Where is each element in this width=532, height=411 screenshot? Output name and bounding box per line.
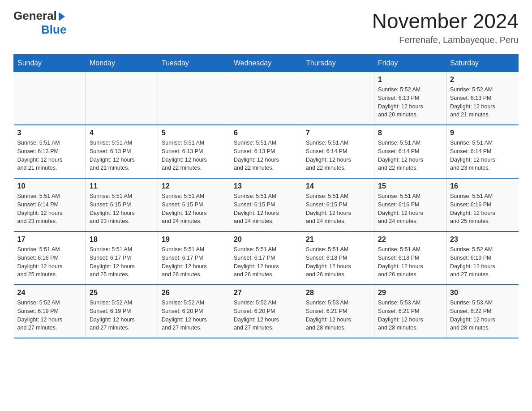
title-area: November 2024 Ferrenafe, Lambayeque, Per… (372, 9, 519, 45)
day-info: Sunrise: 5:51 AM Sunset: 6:14 PM Dayligh… (17, 192, 82, 226)
day-info: Sunrise: 5:51 AM Sunset: 6:18 PM Dayligh… (306, 245, 370, 279)
day-number: 20 (234, 235, 298, 244)
day-info: Sunrise: 5:51 AM Sunset: 6:14 PM Dayligh… (450, 139, 515, 172)
day-of-week-header: Monday (86, 55, 158, 72)
calendar-cell: 25Sunrise: 5:52 AM Sunset: 6:19 PM Dayli… (86, 285, 158, 338)
calendar-cell: 23Sunrise: 5:52 AM Sunset: 6:19 PM Dayli… (446, 231, 519, 285)
day-info: Sunrise: 5:52 AM Sunset: 6:19 PM Dayligh… (17, 299, 82, 332)
calendar-cell (302, 72, 374, 125)
day-info: Sunrise: 5:52 AM Sunset: 6:13 PM Dayligh… (378, 86, 442, 119)
day-info: Sunrise: 5:52 AM Sunset: 6:13 PM Dayligh… (450, 86, 515, 119)
day-number: 8 (378, 129, 442, 137)
day-number: 29 (378, 289, 442, 297)
day-number: 16 (450, 182, 515, 190)
calendar-week-row: 10Sunrise: 5:51 AM Sunset: 6:14 PM Dayli… (14, 178, 519, 231)
calendar-cell: 21Sunrise: 5:51 AM Sunset: 6:18 PM Dayli… (302, 231, 374, 285)
calendar-table: SundayMondayTuesdayWednesdayThursdayFrid… (13, 54, 519, 338)
day-of-week-header: Saturday (446, 55, 519, 72)
calendar-cell: 13Sunrise: 5:51 AM Sunset: 6:15 PM Dayli… (230, 178, 302, 231)
day-info: Sunrise: 5:51 AM Sunset: 6:14 PM Dayligh… (378, 139, 442, 172)
day-info: Sunrise: 5:51 AM Sunset: 6:14 PM Dayligh… (306, 139, 370, 172)
logo: General Blue (13, 9, 66, 37)
logo-general-text: General (13, 9, 57, 23)
calendar-cell: 2Sunrise: 5:52 AM Sunset: 6:13 PM Daylig… (446, 72, 519, 125)
day-number: 30 (450, 289, 515, 297)
day-info: Sunrise: 5:51 AM Sunset: 6:16 PM Dayligh… (17, 245, 82, 279)
day-number: 7 (306, 129, 370, 137)
day-number: 17 (17, 235, 82, 244)
calendar-cell: 27Sunrise: 5:52 AM Sunset: 6:20 PM Dayli… (230, 285, 302, 338)
day-info: Sunrise: 5:53 AM Sunset: 6:21 PM Dayligh… (306, 299, 370, 332)
calendar-cell: 6Sunrise: 5:51 AM Sunset: 6:13 PM Daylig… (230, 125, 302, 178)
day-info: Sunrise: 5:53 AM Sunset: 6:22 PM Dayligh… (450, 299, 515, 332)
day-info: Sunrise: 5:51 AM Sunset: 6:17 PM Dayligh… (234, 245, 298, 279)
calendar-cell: 22Sunrise: 5:51 AM Sunset: 6:18 PM Dayli… (374, 231, 446, 285)
calendar-week-row: 3Sunrise: 5:51 AM Sunset: 6:13 PM Daylig… (14, 125, 519, 178)
day-number: 21 (306, 235, 370, 244)
day-number: 1 (378, 76, 442, 84)
day-info: Sunrise: 5:51 AM Sunset: 6:16 PM Dayligh… (378, 192, 442, 226)
calendar-cell: 28Sunrise: 5:53 AM Sunset: 6:21 PM Dayli… (302, 285, 374, 338)
calendar-cell: 1Sunrise: 5:52 AM Sunset: 6:13 PM Daylig… (374, 72, 446, 125)
day-number: 27 (234, 289, 298, 297)
calendar-cell: 5Sunrise: 5:51 AM Sunset: 6:13 PM Daylig… (158, 125, 230, 178)
day-number: 18 (90, 235, 154, 244)
day-info: Sunrise: 5:51 AM Sunset: 6:16 PM Dayligh… (450, 192, 515, 226)
day-number: 25 (90, 289, 154, 297)
calendar-cell: 29Sunrise: 5:53 AM Sunset: 6:21 PM Dayli… (374, 285, 446, 338)
calendar-cell: 24Sunrise: 5:52 AM Sunset: 6:19 PM Dayli… (14, 285, 86, 338)
calendar-cell: 4Sunrise: 5:51 AM Sunset: 6:13 PM Daylig… (86, 125, 158, 178)
logo-blue-text: Blue (41, 23, 66, 37)
day-number: 22 (378, 235, 442, 244)
page-header: General Blue November 2024 Ferrenafe, La… (13, 9, 519, 45)
day-info: Sunrise: 5:52 AM Sunset: 6:19 PM Dayligh… (450, 245, 515, 279)
calendar-cell: 8Sunrise: 5:51 AM Sunset: 6:14 PM Daylig… (374, 125, 446, 178)
calendar-cell: 16Sunrise: 5:51 AM Sunset: 6:16 PM Dayli… (446, 178, 519, 231)
day-number: 9 (450, 129, 515, 137)
calendar-cell: 12Sunrise: 5:51 AM Sunset: 6:15 PM Dayli… (158, 178, 230, 231)
calendar-cell: 9Sunrise: 5:51 AM Sunset: 6:14 PM Daylig… (446, 125, 519, 178)
day-number: 11 (90, 182, 154, 190)
day-number: 2 (450, 76, 515, 84)
day-info: Sunrise: 5:51 AM Sunset: 6:13 PM Dayligh… (90, 139, 154, 172)
day-of-week-header: Friday (374, 55, 446, 72)
calendar-cell: 14Sunrise: 5:51 AM Sunset: 6:15 PM Dayli… (302, 178, 374, 231)
day-number: 28 (306, 289, 370, 297)
day-info: Sunrise: 5:51 AM Sunset: 6:13 PM Dayligh… (17, 139, 82, 172)
day-of-week-header: Wednesday (230, 55, 302, 72)
day-info: Sunrise: 5:51 AM Sunset: 6:15 PM Dayligh… (90, 192, 154, 226)
day-info: Sunrise: 5:52 AM Sunset: 6:19 PM Dayligh… (90, 299, 154, 332)
day-number: 14 (306, 182, 370, 190)
logo-arrow-icon (59, 12, 65, 21)
calendar-cell (158, 72, 230, 125)
day-info: Sunrise: 5:51 AM Sunset: 6:17 PM Dayligh… (90, 245, 154, 279)
calendar-week-row: 17Sunrise: 5:51 AM Sunset: 6:16 PM Dayli… (14, 231, 519, 285)
calendar-cell: 17Sunrise: 5:51 AM Sunset: 6:16 PM Dayli… (14, 231, 86, 285)
day-info: Sunrise: 5:53 AM Sunset: 6:21 PM Dayligh… (378, 299, 442, 332)
calendar-cell (230, 72, 302, 125)
calendar-week-row: 24Sunrise: 5:52 AM Sunset: 6:19 PM Dayli… (14, 285, 519, 338)
calendar-cell: 15Sunrise: 5:51 AM Sunset: 6:16 PM Dayli… (374, 178, 446, 231)
calendar-subtitle: Ferrenafe, Lambayeque, Peru (372, 35, 519, 45)
day-info: Sunrise: 5:51 AM Sunset: 6:15 PM Dayligh… (306, 192, 370, 226)
calendar-title: November 2024 (372, 9, 519, 33)
calendar-cell (14, 72, 86, 125)
day-number: 23 (450, 235, 515, 244)
calendar-cell: 30Sunrise: 5:53 AM Sunset: 6:22 PM Dayli… (446, 285, 519, 338)
day-number: 13 (234, 182, 298, 190)
day-number: 19 (162, 235, 226, 244)
day-number: 3 (17, 129, 82, 137)
day-number: 4 (90, 129, 154, 137)
calendar-cell: 26Sunrise: 5:52 AM Sunset: 6:20 PM Dayli… (158, 285, 230, 338)
calendar-cell: 20Sunrise: 5:51 AM Sunset: 6:17 PM Dayli… (230, 231, 302, 285)
calendar-cell: 18Sunrise: 5:51 AM Sunset: 6:17 PM Dayli… (86, 231, 158, 285)
day-number: 15 (378, 182, 442, 190)
day-number: 12 (162, 182, 226, 190)
calendar-cell (86, 72, 158, 125)
calendar-cell: 3Sunrise: 5:51 AM Sunset: 6:13 PM Daylig… (14, 125, 86, 178)
day-info: Sunrise: 5:51 AM Sunset: 6:17 PM Dayligh… (162, 245, 226, 279)
day-of-week-header: Thursday (302, 55, 374, 72)
calendar-week-row: 1Sunrise: 5:52 AM Sunset: 6:13 PM Daylig… (14, 72, 519, 125)
calendar-cell: 11Sunrise: 5:51 AM Sunset: 6:15 PM Dayli… (86, 178, 158, 231)
day-number: 24 (17, 289, 82, 297)
